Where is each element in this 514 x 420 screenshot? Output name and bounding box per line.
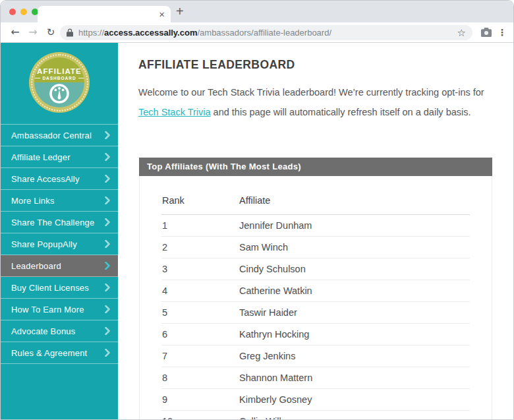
table-row: 5 Taswir Haider xyxy=(161,302,470,324)
kebab-menu-icon[interactable]: ⋮ xyxy=(498,22,507,42)
rank-cell: 3 xyxy=(161,258,239,280)
window-close-button[interactable] xyxy=(9,9,16,15)
sidebar-item-label: Share PopupAlly xyxy=(11,239,77,249)
url-text: https://access.accessally.com/ambassador… xyxy=(78,28,331,38)
table-row: 1 Jennifer Dunham xyxy=(161,215,470,237)
window-minimize-button[interactable] xyxy=(20,9,27,15)
affiliate-cell: Catherine Watkin xyxy=(239,280,470,302)
affiliate-cell: Sam Winch xyxy=(239,237,470,258)
url-path: /ambassadors/affiliate-leaderboard/ xyxy=(197,28,331,38)
gauge-icon xyxy=(34,82,84,107)
sidebar-item-ambassador-central[interactable]: Ambassador Central xyxy=(1,125,118,146)
chevron-right-icon xyxy=(105,218,110,226)
url-scheme: https:// xyxy=(78,28,104,38)
camera-icon[interactable] xyxy=(481,28,492,37)
table-row: 3 Cindy Schulson xyxy=(161,258,470,280)
affiliate-dashboard-logo: AFFILIATE DASHBOARD xyxy=(29,52,90,113)
window-controls xyxy=(9,9,38,15)
sidebar-item-label: More Links xyxy=(11,196,55,206)
rank-cell: 4 xyxy=(161,280,239,302)
chevron-right-icon xyxy=(105,327,110,335)
sidebar-item-label: Advocate Bonus xyxy=(11,326,75,336)
sidebar-item-more-links[interactable]: More Links xyxy=(1,190,118,212)
affiliate-cell: Greg Jenkins xyxy=(239,345,470,367)
affiliate-cell: Jennifer Dunham xyxy=(239,215,470,237)
leaderboard-header-bar: Top Affiliates (With The Most Leads) xyxy=(139,158,492,176)
affiliate-column-header: Affiliate xyxy=(239,187,470,215)
table-row: 10 Callie Willows xyxy=(161,411,470,420)
table-header-row: Rank Affiliate xyxy=(161,187,470,215)
sidebar-item-label: Share The Challenge xyxy=(11,218,94,227)
logo-title: AFFILIATE xyxy=(34,67,84,75)
affiliate-cell: Kathryn Hocking xyxy=(239,324,470,345)
intro-text-before: Welcome to our Tech Stack Trivia leaderb… xyxy=(138,87,484,98)
browser-tab[interactable]: × xyxy=(38,6,171,22)
sidebar-item-label: Ambassador Central xyxy=(11,131,92,140)
chevron-right-icon xyxy=(105,131,110,139)
chevron-right-icon xyxy=(105,240,110,248)
sidebar-item-buy-client-licenses[interactable]: Buy Client Licenses xyxy=(1,277,118,299)
table-row: 8 Shannon Mattern xyxy=(161,367,470,389)
sidebar-menu: Ambassador Central Affiliate Ledger Shar… xyxy=(1,124,118,364)
forward-button[interactable]: → xyxy=(25,22,41,42)
sidebar-item-rules-agreement[interactable]: Rules & Agreement xyxy=(1,342,118,364)
affiliate-cell: Taswir Haider xyxy=(239,302,470,324)
sidebar-item-how-to-earn-more[interactable]: How To Earn More xyxy=(1,299,118,320)
chevron-right-icon xyxy=(105,305,110,313)
bookmark-star-icon[interactable]: ☆ xyxy=(457,27,466,39)
url-domain: access.accessally.com xyxy=(104,28,197,38)
table-row: 7 Greg Jenkins xyxy=(161,345,470,367)
sidebar-item-share-the-challenge[interactable]: Share The Challenge xyxy=(1,212,118,233)
affiliate-cell: Shannon Mattern xyxy=(239,367,470,389)
main-content: AFFILIATE LEADERBOARD Welcome to our Tec… xyxy=(118,43,513,419)
leaderboard-table-body: 1 Jennifer Dunham 2 Sam Winch 3 Cindy Sc… xyxy=(161,215,470,420)
page-viewport: AFFILIATE DASHBOARD xyxy=(1,43,513,419)
affiliate-cell: Cindy Schulson xyxy=(239,258,470,280)
chevron-right-icon xyxy=(105,262,110,270)
table-row: 2 Sam Winch xyxy=(161,237,470,258)
table-row: 6 Kathryn Hocking xyxy=(161,324,470,345)
chevron-right-icon xyxy=(105,153,110,161)
new-tab-button[interactable]: + xyxy=(176,3,184,20)
rank-cell: 7 xyxy=(161,345,239,367)
tab-strip: × + xyxy=(1,1,513,22)
tech-stack-trivia-link[interactable]: Tech Stack Trivia xyxy=(138,107,211,117)
leaderboard-table: Rank Affiliate 1 Jennifer Dunham 2 Sam W… xyxy=(161,187,470,419)
padlock-icon[interactable] xyxy=(67,28,73,37)
sidebar-item-share-accessally[interactable]: Share AccessAlly xyxy=(1,168,118,190)
rank-cell: 5 xyxy=(161,302,239,324)
leaderboard-card: Rank Affiliate 1 Jennifer Dunham 2 Sam W… xyxy=(139,176,492,419)
sidebar-item-label: Leaderboard xyxy=(11,261,61,271)
browser-toolbar: ← → ↻ https://access.accessally.com/amba… xyxy=(1,22,513,43)
chevron-right-icon xyxy=(105,349,110,357)
tab-close-icon[interactable]: × xyxy=(159,7,165,21)
sidebar-item-label: Rules & Agreement xyxy=(11,348,87,358)
sidebar-item-label: Buy Client Licenses xyxy=(11,283,89,293)
address-bar[interactable]: https://access.accessally.com/ambassador… xyxy=(60,25,472,40)
browser-window: × + ← → ↻ https://access.accessally.com/… xyxy=(0,0,514,420)
rank-cell: 1 xyxy=(161,215,239,237)
intro-paragraph: Welcome to our Tech Stack Trivia leaderb… xyxy=(138,82,487,122)
rank-column-header: Rank xyxy=(161,187,239,215)
rank-cell: 2 xyxy=(161,237,239,258)
table-row: 4 Catherine Watkin xyxy=(161,280,470,302)
affiliate-cell: Callie Willows xyxy=(239,411,470,420)
rank-cell: 8 xyxy=(161,367,239,389)
sidebar-item-label: Affiliate Ledger xyxy=(11,152,71,162)
sidebar: AFFILIATE DASHBOARD xyxy=(1,43,118,419)
back-button[interactable]: ← xyxy=(7,22,23,42)
intro-text-after: and this page will automatically refresh… xyxy=(211,107,471,117)
sidebar-item-leaderboard[interactable]: Leaderboard xyxy=(1,255,118,277)
sidebar-item-label: Share AccessAlly xyxy=(11,174,80,184)
sidebar-item-affiliate-ledger[interactable]: Affiliate Ledger xyxy=(1,146,118,168)
sidebar-item-share-popupally[interactable]: Share PopupAlly xyxy=(1,233,118,255)
reload-button[interactable]: ↻ xyxy=(43,22,59,42)
page-title: AFFILIATE LEADERBOARD xyxy=(138,58,513,72)
table-row: 9 Kimberly Gosney xyxy=(161,389,470,411)
sidebar-item-advocate-bonus[interactable]: Advocate Bonus xyxy=(1,320,118,342)
sidebar-item-label: How To Earn More xyxy=(11,305,84,315)
logo-inner: AFFILIATE DASHBOARD xyxy=(34,57,84,107)
chevron-right-icon xyxy=(105,196,110,204)
chevron-right-icon xyxy=(105,284,110,291)
rank-cell: 6 xyxy=(161,324,239,345)
